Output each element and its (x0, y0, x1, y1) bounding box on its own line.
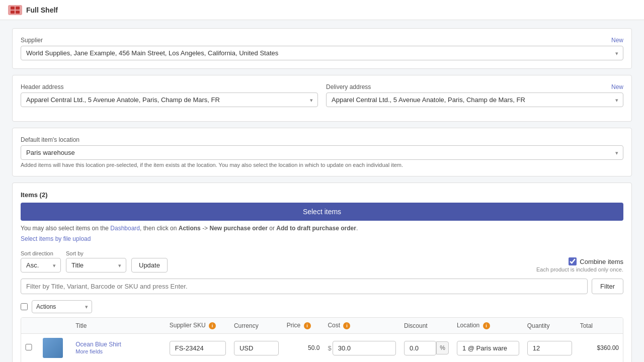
items-info-text: You may also select items on the Dashboa… (21, 225, 623, 232)
supplier-select-wrapper: World Supplies, Jane Example, 456 Main S… (21, 46, 623, 60)
more-fields-link[interactable]: More fields (75, 348, 103, 354)
sort-direction-select[interactable]: Asc. Desc. (21, 258, 61, 273)
discount-input[interactable] (404, 341, 436, 355)
quantity-input[interactable] (527, 341, 572, 355)
items-section: Items (2) Select items You may also sele… (12, 183, 632, 362)
product-image (43, 338, 63, 358)
th-total: Total (576, 318, 623, 334)
th-cost: Cost i (324, 318, 400, 334)
app-header: Full Shelf (0, 0, 644, 20)
filter-row: Filter (21, 279, 623, 294)
items-table-container: Title Supplier SKU i Currency Price i Co… (21, 317, 623, 362)
delivery-address-label: Delivery address (326, 83, 371, 90)
select-all-checkbox[interactable] (21, 303, 28, 310)
total-value: $360.00 (576, 334, 623, 363)
header-address-select[interactable]: Apparel Central Ltd., 5 Avenue Anatole, … (21, 93, 318, 107)
th-supplier-sku: Supplier SKU i (166, 318, 230, 334)
supplier-label-row: Supplier New (21, 37, 623, 44)
supplier-section: Supplier New World Supplies, Jane Exampl… (12, 28, 632, 69)
price-info-icon: i (304, 322, 311, 329)
table-row: Ocean Blue ShirtMore fields50.0$%$360.00 (21, 334, 623, 363)
delivery-address-select[interactable]: Apparel Central Ltd., 5 Avenue Anatole, … (326, 93, 623, 107)
delivery-address-label-row: Delivery address New (326, 83, 623, 90)
address-row: Header address Apparel Central Ltd., 5 A… (21, 83, 623, 107)
delivery-address-new-link[interactable]: New (611, 83, 623, 90)
items-table: Title Supplier SKU i Currency Price i Co… (21, 318, 623, 362)
logo-icon (8, 5, 22, 15)
th-price: Price i (283, 318, 324, 334)
cost-prefix: $ (328, 344, 331, 352)
svg-rect-2 (11, 11, 15, 14)
header-address-select-wrapper: Apparel Central Ltd., 5 Avenue Anatole, … (21, 93, 318, 107)
actions-select[interactable]: Actions (32, 300, 92, 313)
filter-button[interactable]: Filter (592, 279, 623, 294)
items-header: Items (2) (21, 191, 623, 199)
combine-items-label: Combine items (580, 258, 623, 265)
currency-input[interactable] (234, 341, 279, 355)
app-logo: Full Shelf (8, 5, 58, 15)
svg-rect-1 (16, 7, 20, 10)
header-address-label-row: Header address (21, 83, 318, 90)
delivery-address-select-wrapper: Apparel Central Ltd., 5 Avenue Anatole, … (326, 93, 623, 107)
th-title: Title (71, 318, 166, 334)
th-currency: Currency (230, 318, 283, 334)
discount-wrapper: % (404, 341, 449, 355)
th-check (21, 318, 39, 334)
location-info-icon: i (483, 322, 490, 329)
sort-direction-group: Sort direction Asc. Desc. (21, 250, 61, 273)
th-quantity: Quantity (523, 318, 576, 334)
header-address-label: Header address (21, 83, 63, 90)
supplier-label: Supplier (21, 37, 43, 44)
supplier-new-link[interactable]: New (611, 37, 623, 44)
sort-by-group: Sort by Title SKU Supplier SKU Price Cos… (66, 250, 126, 273)
discount-percent-suffix: % (436, 341, 449, 354)
svg-rect-3 (16, 11, 20, 14)
supplier-sku-info-icon: i (209, 322, 216, 329)
table-header-row: Title Supplier SKU i Currency Price i Co… (21, 318, 623, 334)
file-upload-link[interactable]: Select items by file upload (21, 235, 91, 242)
row-checkbox[interactable] (25, 344, 32, 350)
th-img (39, 318, 71, 334)
dashboard-link[interactable]: Dashboard (110, 225, 140, 232)
svg-rect-0 (11, 7, 15, 10)
actions-row: Actions (21, 300, 623, 313)
filter-input[interactable] (21, 279, 588, 294)
main-content: Supplier New World Supplies, Jane Exampl… (0, 20, 644, 362)
update-button[interactable]: Update (131, 258, 168, 273)
sort-direction-label: Sort direction (21, 250, 61, 256)
location-hint: Added items will have this location pre-… (21, 162, 623, 168)
sort-by-select[interactable]: Title SKU Supplier SKU Price Cost Quanti… (66, 258, 126, 273)
supplier-sku-input[interactable] (170, 341, 226, 355)
sort-row: Sort direction Asc. Desc. Sort by Title … (21, 250, 623, 273)
cost-info-icon: i (343, 322, 350, 329)
address-section: Header address Apparel Central Ltd., 5 A… (12, 75, 632, 122)
location-select-wrapper: Paris warehouse (21, 145, 623, 160)
sort-by-wrapper: Title SKU Supplier SKU Price Cost Quanti… (66, 258, 126, 273)
cost-input[interactable] (333, 341, 396, 355)
location-section: Default item's location Paris warehouse … (12, 128, 632, 176)
product-title[interactable]: Ocean Blue Shirt (75, 341, 121, 348)
price-value: 50.0 (283, 334, 324, 363)
th-discount: Discount (400, 318, 453, 334)
location-label-row: Default item's location (21, 136, 623, 143)
delivery-address-group: Delivery address New Apparel Central Ltd… (326, 83, 623, 107)
combine-items-hint: Each product is included only once. (536, 266, 623, 273)
location-label: Default item's location (21, 136, 79, 143)
actions-select-wrapper: Actions (32, 300, 92, 313)
header-address-group: Header address Apparel Central Ltd., 5 A… (21, 83, 318, 107)
app-name: Full Shelf (26, 6, 58, 14)
combine-items-checkbox[interactable] (569, 257, 577, 265)
th-location: Location i (453, 318, 523, 334)
location-select[interactable]: Paris warehouse (21, 145, 623, 160)
location-input[interactable] (457, 341, 519, 355)
select-items-button[interactable]: Select items (21, 203, 623, 221)
combine-items-section: Combine items Each product is included o… (536, 257, 623, 273)
cost-input-wrapper: $ (328, 341, 396, 355)
supplier-select[interactable]: World Supplies, Jane Example, 456 Main S… (21, 46, 623, 60)
sort-direction-wrapper: Asc. Desc. (21, 258, 61, 273)
sort-by-label: Sort by (66, 250, 126, 256)
combine-row: Combine items (569, 257, 623, 265)
